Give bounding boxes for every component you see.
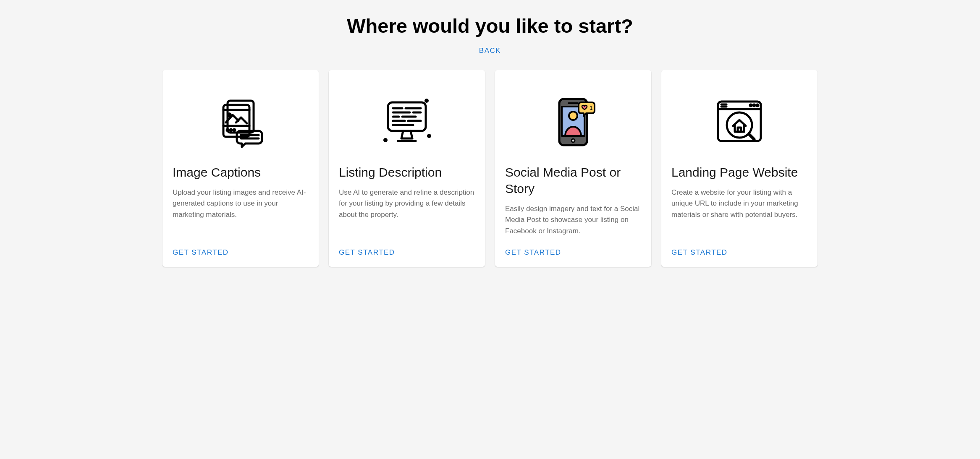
card-title: Listing Description: [339, 164, 475, 180]
svg-point-7: [233, 129, 235, 131]
svg-point-35: [757, 104, 758, 106]
svg-point-27: [569, 112, 577, 120]
get-started-button[interactable]: GET STARTED: [339, 248, 475, 257]
svg-point-3: [228, 114, 231, 117]
card-landing-page[interactable]: Landing Page Website Create a website fo…: [661, 70, 818, 267]
svg-point-29: [571, 139, 575, 142]
card-description: Upload your listing images and receive A…: [173, 187, 309, 237]
get-started-button[interactable]: GET STARTED: [173, 248, 309, 257]
get-started-button[interactable]: GET STARTED: [671, 248, 807, 257]
svg-point-22: [428, 135, 430, 137]
svg-point-6: [230, 129, 232, 131]
card-social-media[interactable]: 1 Social Media Post or Story Easily desi…: [495, 70, 651, 267]
page-title: Where would you like to start?: [10, 14, 970, 37]
svg-point-33: [750, 104, 752, 106]
svg-text:1: 1: [590, 105, 592, 111]
card-title: Image Captions: [173, 164, 309, 180]
card-title: Social Media Post or Story: [505, 164, 641, 197]
svg-point-5: [227, 129, 228, 131]
card-description: Use AI to generate and refine a descript…: [339, 187, 475, 237]
svg-rect-40: [738, 128, 741, 132]
svg-point-34: [753, 104, 755, 106]
card-description: Easily design imagery and text for a Soc…: [505, 203, 641, 237]
card-title: Landing Page Website: [671, 164, 807, 180]
landing-page-icon: [671, 80, 807, 164]
back-link[interactable]: BACK: [10, 47, 970, 55]
card-description: Create a website for your listing with a…: [671, 187, 807, 237]
social-media-icon: 1: [505, 80, 641, 164]
card-image-captions[interactable]: Image Captions Upload your listing image…: [162, 70, 319, 267]
svg-point-23: [426, 100, 428, 102]
card-listing-description[interactable]: Listing Description Use AI to generate a…: [329, 70, 485, 267]
svg-point-21: [385, 139, 387, 141]
svg-line-39: [749, 134, 754, 139]
card-grid: Image Captions Upload your listing image…: [162, 70, 818, 267]
image-captions-icon: [173, 80, 309, 164]
get-started-button[interactable]: GET STARTED: [505, 248, 641, 257]
listing-description-icon: [339, 80, 475, 164]
